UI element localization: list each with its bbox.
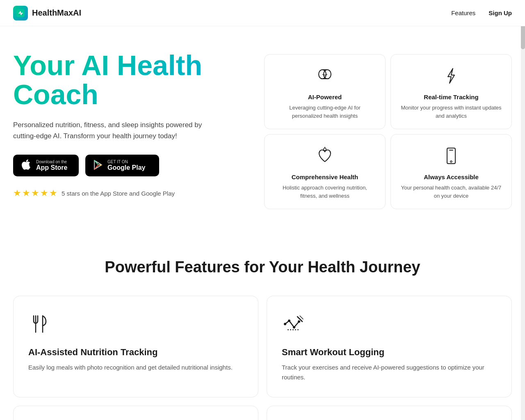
svg-point-10	[324, 148, 326, 151]
feature-sleep-card: Sleep Analysis	[13, 406, 258, 420]
logo-icon	[13, 6, 28, 21]
scrollbar-track[interactable]	[521, 0, 525, 420]
lightning-icon	[441, 66, 461, 89]
nav-logo: HealthMaxAI	[13, 6, 81, 21]
svg-point-21	[284, 323, 286, 325]
features-section: Powerful Features for Your Health Journe…	[0, 226, 525, 420]
nav-logo-text: HealthMaxAI	[32, 8, 81, 18]
feature-dashboard-card: Health Dashboard	[267, 406, 512, 420]
navbar: HealthMaxAI Features Sign Up	[0, 0, 525, 26]
accessible-desc: Your personal health coach, available 24…	[400, 184, 502, 200]
nav-features-link[interactable]: Features	[451, 9, 475, 16]
hero-section: Your AI Health Coach Personalized nutrit…	[0, 26, 525, 226]
nav-links: Features Sign Up	[451, 9, 512, 16]
feature-card-accessible: Always Accessible Your personal health c…	[390, 134, 512, 209]
feature-card-ai-powered: AI-Powered Leveraging cutting-edge AI fo…	[264, 54, 386, 129]
svg-point-23	[293, 326, 295, 329]
hero-description: Personalized nutrition, fitness, and sle…	[13, 119, 226, 142]
workout-icon	[282, 313, 497, 339]
star-icons: ★★★★★	[13, 188, 58, 199]
workout-title: Smart Workout Logging	[282, 347, 497, 358]
ai-powered-title: AI-Powered	[308, 94, 342, 100]
hero-feature-cards: AI-Powered Leveraging cutting-edge AI fo…	[264, 51, 512, 209]
health-title: Comprehensive Health	[292, 173, 358, 180]
nav-signup-link[interactable]: Sign Up	[488, 9, 512, 16]
health-desc: Holistic approach covering nutrition, fi…	[274, 184, 376, 200]
hero-buttons: Download on the App Store GET IT ON Goo	[13, 155, 251, 176]
apple-health-icon	[315, 146, 335, 169]
realtime-title: Real-time Tracking	[424, 94, 478, 100]
svg-line-19	[289, 321, 294, 327]
svg-marker-9	[448, 68, 454, 83]
apple-icon	[21, 159, 32, 172]
nutrition-desc: Easily log meals with photo recognition …	[28, 363, 243, 372]
phone-icon	[441, 146, 461, 169]
appstore-sub: Download on the	[36, 160, 67, 164]
feature-workout-card: Smart Workout Logging Track your exercis…	[267, 296, 512, 397]
stars-text: 5 stars on the App Store and Google Play	[62, 190, 175, 197]
feature-card-realtime: Real-time Tracking Monitor your progress…	[390, 54, 512, 129]
workout-desc: Track your exercises and receive AI-powe…	[282, 363, 497, 382]
appstore-main: App Store	[36, 164, 67, 171]
googleplay-button[interactable]: GET IT ON Google Play	[85, 155, 159, 176]
feature-card-health: Comprehensive Health Holistic approach c…	[264, 134, 386, 209]
googleplay-main: Google Play	[107, 164, 145, 171]
googleplay-sub: GET IT ON	[107, 160, 145, 164]
appstore-button[interactable]: Download on the App Store	[13, 155, 79, 176]
features-grid: AI-Assisted Nutrition Tracking Easily lo…	[13, 296, 512, 420]
features-section-title: Powerful Features for Your Health Journe…	[13, 258, 512, 276]
fork-knife-icon	[28, 313, 243, 339]
svg-line-27	[300, 316, 303, 319]
hero-left: Your AI Health Coach Personalized nutrit…	[13, 51, 251, 199]
accessible-title: Always Accessible	[424, 173, 479, 180]
hero-title: Your AI Health Coach	[13, 51, 251, 110]
realtime-desc: Monitor your progress with instant updat…	[400, 104, 502, 120]
nutrition-title: AI-Assisted Nutrition Tracking	[28, 347, 243, 358]
feature-nutrition-card: AI-Assisted Nutrition Tracking Easily lo…	[13, 296, 258, 397]
brain-icon	[315, 66, 335, 89]
hero-stars: ★★★★★ 5 stars on the App Store and Googl…	[13, 188, 251, 199]
google-play-icon	[93, 160, 103, 172]
svg-point-13	[450, 161, 452, 162]
svg-point-22	[288, 320, 290, 322]
svg-point-24	[298, 320, 300, 323]
ai-powered-desc: Leveraging cutting-edge AI for personali…	[274, 104, 376, 120]
